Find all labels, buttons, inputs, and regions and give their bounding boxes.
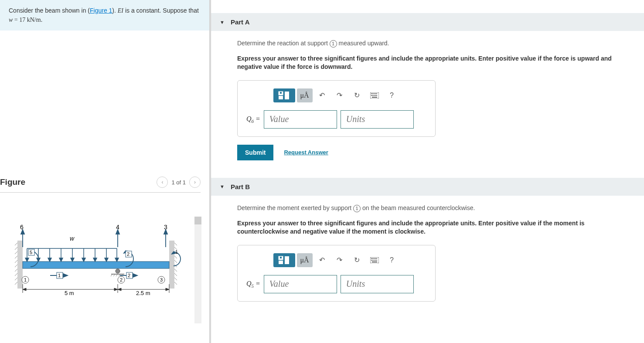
part-b-toolbar: μÅ ↶ ↷ ↻ ? [246, 253, 426, 267]
svg-rect-86 [375, 93, 376, 94]
part-a-value-input[interactable] [264, 110, 337, 129]
svg-rect-105 [372, 260, 373, 261]
svg-line-7 [15, 269, 17, 272]
part-b-value-input[interactable] [264, 275, 337, 293]
svg-marker-74 [23, 288, 26, 291]
special-chars-button-b[interactable]: μÅ [297, 253, 313, 267]
undo-button-b[interactable]: ↶ [314, 253, 330, 267]
templates-button[interactable] [273, 88, 295, 102]
part-a-units-input[interactable] [341, 110, 414, 129]
figure-image: 6 4 3 w 5 2 1 1 2 1 2 3 [0, 210, 201, 323]
svg-rect-11 [169, 241, 174, 289]
circled-1: 1 [330, 40, 337, 48]
redo-button-b[interactable]: ↷ [332, 253, 348, 267]
svg-rect-84 [372, 93, 373, 94]
beam-diagram: 6 4 3 w 5 2 1 1 2 1 2 3 [13, 210, 187, 323]
svg-line-4 [15, 256, 17, 258]
svg-marker-37 [93, 258, 97, 261]
svg-rect-85 [374, 93, 375, 94]
svg-rect-106 [374, 260, 375, 261]
svg-rect-22 [23, 261, 169, 268]
label-1h: 1 [58, 273, 61, 278]
svg-rect-93 [372, 97, 377, 98]
part-a-input-row: Q6 = [246, 110, 426, 129]
label-6: 6 [20, 224, 24, 231]
problem-text-1: Consider the beam shown in ( [9, 7, 90, 14]
svg-rect-108 [376, 260, 377, 261]
collapse-icon: ▼ [220, 20, 225, 25]
reset-button-b[interactable]: ↻ [349, 253, 365, 267]
svg-marker-35 [82, 258, 85, 261]
problem-text-3: is a constant. Suppose that [123, 7, 199, 14]
svg-rect-90 [374, 95, 375, 96]
svg-marker-39 [105, 258, 108, 261]
svg-rect-80 [279, 96, 283, 99]
part-b-answer-box: μÅ ↶ ↷ ↻ ? Q5 = [237, 245, 436, 302]
svg-rect-87 [376, 93, 377, 94]
ei-var: EI [118, 7, 123, 14]
svg-point-42 [116, 269, 120, 273]
part-a-title: Part A [231, 18, 250, 26]
dim-2: 2.5 m [136, 290, 150, 296]
svg-rect-91 [375, 95, 376, 96]
part-b-title: Part B [231, 183, 250, 190]
svg-line-9 [15, 278, 17, 280]
svg-line-21 [174, 282, 177, 285]
w-eq: = 17 kN/m. [13, 17, 42, 23]
svg-rect-96 [279, 261, 283, 264]
figure-nav: ‹ 1 of 1 › [157, 177, 201, 188]
part-b-var-label: Q5 = [246, 280, 260, 289]
figure-next-button[interactable]: › [189, 177, 201, 188]
part-b-input-row: Q5 = [246, 275, 426, 293]
keyboard-button[interactable] [367, 88, 382, 102]
svg-rect-102 [375, 258, 376, 259]
figure-scrollbar[interactable] [194, 217, 201, 323]
svg-rect-79 [280, 92, 282, 94]
svg-rect-92 [376, 95, 377, 96]
w-var: w [9, 17, 13, 23]
svg-rect-99 [371, 258, 372, 259]
figure-title: Figure [0, 177, 25, 187]
part-a-header[interactable]: ▼ Part A [211, 13, 644, 31]
submit-button[interactable]: Submit [237, 145, 273, 160]
svg-rect-83 [371, 93, 372, 94]
part-b-body: Determine the moment exerted by support … [211, 196, 644, 306]
figure-header: Figure ‹ 1 of 1 › [0, 177, 201, 193]
left-panel: Consider the beam shown in (Figure 1). E… [0, 0, 209, 343]
part-a-section: ▼ Part A Determine the reaction at suppo… [211, 13, 644, 165]
svg-marker-33 [71, 258, 74, 261]
figure-prev-button[interactable]: ‹ [157, 177, 168, 188]
request-answer-link[interactable]: Request Answer [284, 149, 328, 156]
templates-button-b[interactable] [273, 253, 295, 267]
part-a-question: Determine the reaction at support 1 meas… [237, 40, 631, 48]
svg-rect-89 [372, 95, 373, 96]
support-2: 2 [120, 277, 123, 282]
svg-marker-41 [115, 258, 119, 261]
svg-line-12 [174, 243, 177, 245]
right-panel: ▼ Part A Determine the reaction at suppo… [211, 0, 644, 343]
svg-marker-56 [63, 274, 68, 277]
help-button-b[interactable]: ? [384, 253, 400, 267]
svg-marker-77 [166, 288, 169, 291]
svg-marker-25 [25, 258, 29, 261]
keyboard-button-b[interactable] [367, 253, 382, 267]
label-3: 3 [164, 224, 167, 231]
collapse-icon: ▼ [220, 184, 225, 189]
redo-button[interactable]: ↷ [332, 88, 348, 102]
svg-rect-101 [374, 258, 375, 259]
help-button[interactable]: ? [384, 88, 400, 102]
svg-rect-97 [285, 256, 289, 264]
support-1: 1 [24, 277, 27, 282]
part-b-header[interactable]: ▼ Part B [211, 178, 644, 196]
undo-button[interactable]: ↶ [314, 88, 330, 102]
figure-link[interactable]: Figure 1 [90, 7, 112, 14]
part-b-section: ▼ Part B Determine the moment exerted by… [211, 178, 644, 306]
reset-button[interactable]: ↻ [349, 88, 365, 102]
svg-line-18 [174, 269, 177, 272]
part-b-units-input[interactable] [341, 275, 414, 293]
svg-rect-104 [371, 260, 372, 261]
part-b-instruction: Express your answer to three significant… [237, 219, 631, 236]
part-a-instruction: Express your answer to three significant… [237, 54, 631, 71]
svg-marker-31 [59, 258, 63, 261]
special-chars-button[interactable]: μÅ [297, 88, 313, 102]
